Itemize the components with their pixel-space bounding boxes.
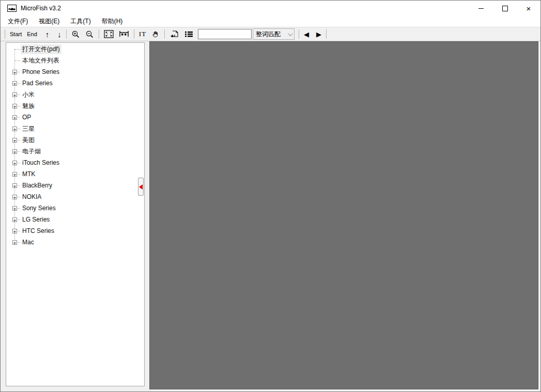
sidebar-panel: 打开文件(pdf) 本地文件列表 + Phone Series + Pad Se… (6, 42, 145, 386)
start-button[interactable]: Start (7, 28, 24, 40)
tree-item-label: Pad Series (21, 79, 54, 87)
tree-stub-line (15, 49, 20, 50)
fit-page-button[interactable] (101, 28, 116, 40)
tree-item-label: NOKIA (21, 193, 43, 201)
tree-item[interactable]: + iTouch Series (6, 157, 144, 168)
expand-plus-icon[interactable]: + (12, 70, 17, 74)
up-arrow-icon: ↑ (45, 30, 50, 38)
expand-plus-icon[interactable]: + (12, 92, 17, 97)
hand-pan-button[interactable] (149, 28, 162, 40)
hand-pan-icon (151, 30, 160, 38)
zoom-out-icon (85, 30, 94, 39)
minimize-button[interactable] (469, 1, 493, 16)
expand-plus-icon[interactable]: + (12, 217, 17, 222)
down-arrow-icon: ↓ (57, 30, 61, 38)
collapse-left-icon (139, 184, 143, 190)
page-jump-icon (169, 30, 179, 39)
prev-arrow-icon: ◀ (304, 31, 309, 38)
toolbar-separator (5, 29, 5, 39)
document-view[interactable] (149, 41, 538, 389)
tree-item-label: 魅族 (21, 101, 36, 111)
tree-item[interactable]: + MTK (6, 168, 144, 180)
tree-item[interactable]: + 小米 (6, 89, 144, 100)
tree-item[interactable]: + Mac (6, 237, 144, 248)
menu-file[interactable]: 文件(F) (3, 16, 33, 27)
app-window: MicroFish v3.2 × 文件(F) 视图(E) 工具(T) 帮助(H)… (0, 0, 541, 392)
tree-item[interactable]: + BlackBerry (6, 180, 144, 191)
file-tree: 打开文件(pdf) 本地文件列表 + Phone Series + Pad Se… (6, 43, 144, 248)
prev-result-button[interactable]: ◀ (301, 28, 312, 40)
expand-plus-icon[interactable]: + (12, 183, 17, 188)
expand-plus-icon[interactable]: + (12, 229, 17, 233)
sidebar-collapse-handle[interactable] (138, 178, 144, 196)
toolbar-separator (326, 29, 327, 39)
tree-item-label: 本地文件列表 (21, 56, 61, 66)
tree-item[interactable]: + 电子烟 (6, 146, 144, 157)
text-select-button[interactable]: IT (136, 28, 149, 40)
menu-tools[interactable]: 工具(T) (66, 16, 95, 27)
tree-item[interactable]: 打开文件(pdf) (6, 43, 144, 55)
next-result-button[interactable]: ▶ (314, 28, 324, 40)
page-jump-button[interactable] (167, 28, 182, 40)
expand-plus-icon[interactable]: + (12, 206, 17, 211)
tree-item[interactable]: + Pad Series (6, 77, 144, 89)
expand-plus-icon[interactable]: + (12, 240, 17, 245)
expand-plus-icon[interactable]: + (12, 104, 17, 108)
tree-item[interactable]: + Sony Series (6, 202, 144, 214)
zoom-in-icon (71, 30, 80, 39)
fit-width-button[interactable] (116, 28, 132, 40)
tree-item-label: Sony Series (21, 204, 57, 212)
fit-width-icon (119, 30, 129, 38)
tree-item[interactable]: + 魅族 (6, 100, 144, 112)
tree-item[interactable]: + HTC Series (6, 225, 144, 237)
maximize-button[interactable] (493, 1, 517, 16)
match-mode-value: 整词匹配 (256, 30, 281, 39)
zoom-out-button[interactable] (83, 28, 97, 40)
toolbar-separator (99, 29, 99, 39)
expand-plus-icon[interactable]: + (12, 161, 17, 165)
toolbar-separator (134, 29, 134, 39)
end-button[interactable]: End (24, 28, 40, 40)
expand-plus-icon[interactable]: + (12, 149, 17, 154)
chevron-down-icon (288, 31, 293, 36)
tree-item[interactable]: 本地文件列表 (6, 55, 144, 66)
tree-item-label: OP (21, 113, 33, 121)
expand-plus-icon[interactable]: + (12, 195, 17, 199)
content-area: 打开文件(pdf) 本地文件列表 + Phone Series + Pad Se… (1, 41, 540, 392)
tree-item[interactable]: + LG Series (6, 214, 144, 225)
toolbar-separator (66, 29, 67, 39)
tree-item[interactable]: + Phone Series (6, 66, 144, 77)
list-view-button[interactable] (182, 28, 196, 40)
tree-item[interactable]: + OP (6, 112, 144, 123)
page-down-button[interactable]: ↓ (55, 28, 64, 40)
search-input[interactable] (198, 29, 252, 39)
toolbar: Start End ↑ ↓ (1, 27, 540, 41)
zoom-in-button[interactable] (69, 28, 83, 40)
close-button[interactable]: × (517, 1, 540, 16)
page-up-button[interactable]: ↑ (43, 28, 52, 40)
tree-item[interactable]: + NOKIA (6, 191, 144, 202)
tree-item[interactable]: + 美图 (6, 134, 144, 146)
close-icon: × (527, 5, 531, 12)
tree-item-label: HTC Series (21, 227, 56, 235)
menu-view[interactable]: 视图(E) (34, 16, 64, 27)
tree-item-label: Mac (21, 238, 36, 246)
tree-item-label: iTouch Series (21, 159, 61, 167)
tree-item-label: Phone Series (21, 68, 61, 76)
maximize-icon (502, 6, 508, 11)
toolbar-separator (164, 29, 165, 39)
expand-plus-icon[interactable]: + (12, 115, 17, 120)
tree-item-label: BlackBerry (21, 181, 54, 190)
tree-item[interactable]: + 三星 (6, 123, 144, 134)
match-mode-select[interactable]: 整词匹配 (253, 28, 295, 40)
menu-help[interactable]: 帮助(H) (97, 16, 128, 27)
window-title: MicroFish v3.2 (21, 5, 61, 12)
expand-plus-icon[interactable]: + (12, 138, 17, 143)
list-view-icon (184, 30, 193, 38)
expand-plus-icon[interactable]: + (12, 172, 17, 177)
tree-stub-line (15, 60, 20, 61)
app-logo-icon (7, 5, 17, 12)
expand-plus-icon[interactable]: + (12, 81, 17, 86)
next-arrow-icon: ▶ (316, 31, 321, 38)
expand-plus-icon[interactable]: + (12, 127, 17, 131)
